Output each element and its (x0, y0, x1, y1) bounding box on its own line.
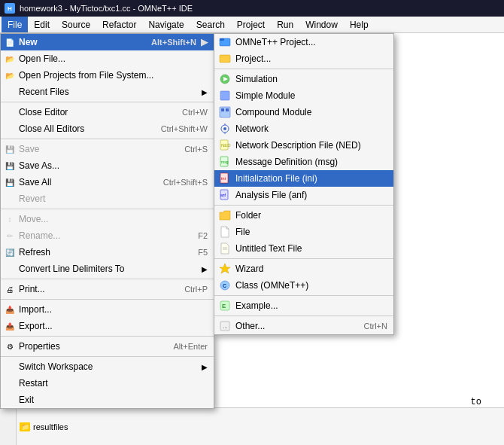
folder-submenu-icon (217, 209, 232, 221)
untitled-text-icon (217, 242, 232, 255)
omnet-project-icon (217, 36, 232, 48)
save-icon: 💾 (4, 143, 16, 155)
menu-file-save: 💾 Save Ctrl+S (1, 141, 214, 157)
menu-file-close-all[interactable]: Close All Editors Ctrl+Shift+W (1, 120, 214, 137)
submenu-network[interactable]: Network (214, 120, 393, 137)
submenu-file[interactable]: File (214, 224, 393, 240)
svg-text:NED: NED (221, 143, 231, 148)
open-projects-icon: 📂 (4, 69, 16, 81)
submenu-anf[interactable]: anf Analysis File (anf) (214, 187, 393, 203)
svg-rect-8 (226, 108, 229, 111)
submenu-simulation[interactable]: Simulation (214, 71, 393, 87)
menu-navigate[interactable]: Navigate (142, 17, 190, 32)
simple-module-icon (217, 90, 232, 102)
menu-file-save-all[interactable]: 💾 Save All Ctrl+Shift+S (1, 174, 214, 190)
wizard-icon (217, 263, 232, 275)
export-icon: 📤 (4, 320, 16, 332)
menu-file-new[interactable]: 📄 New Alt+Shift+N ▶ (1, 34, 214, 50)
svg-text:msg: msg (221, 160, 229, 164)
msg-icon: msg (217, 156, 232, 168)
class-icon: C (217, 279, 232, 291)
submenu-ned[interactable]: NED Network Description File (NED) (214, 137, 393, 154)
svg-rect-6 (220, 107, 230, 117)
file-submenu-icon (217, 226, 232, 238)
anf-icon: anf (217, 189, 232, 201)
example-icon: E (217, 300, 232, 312)
menu-file-close-editor[interactable]: Close Editor Ctrl+W (1, 104, 214, 120)
code-to-text: to (471, 397, 481, 407)
menu-file-exit[interactable]: Exit (1, 392, 214, 408)
other-icon: ... (217, 320, 232, 332)
menu-file-switch-workspace[interactable]: Switch Workspace ▶ (1, 358, 214, 375)
compound-module-icon (217, 106, 232, 118)
menu-help[interactable]: Help (344, 17, 375, 32)
submenu-folder[interactable]: Folder (214, 207, 393, 224)
menu-file-restart[interactable]: Restart (1, 375, 214, 392)
svg-rect-7 (221, 108, 224, 111)
network-icon (217, 123, 232, 135)
submenu-wizard[interactable]: Wizard (214, 261, 393, 277)
submenu-omnet-project[interactable]: OMNeT++ Project... (214, 34, 393, 50)
menu-window[interactable]: Window (299, 17, 344, 32)
refresh-icon: 🔄 (4, 246, 16, 258)
menu-source[interactable]: Source (56, 17, 96, 32)
menu-file-print[interactable]: 🖨 Print... Ctrl+P (1, 281, 214, 297)
menu-file-open[interactable]: 📂 Open File... (1, 50, 214, 67)
svg-text:E: E (222, 303, 226, 309)
submenu-class[interactable]: C Class (OMNeT++) (214, 277, 393, 294)
submenu-example[interactable]: E Example... (214, 297, 393, 314)
menu-search[interactable]: Search (190, 17, 231, 32)
submenu-ini[interactable]: ini Initialization File (ini) (214, 170, 393, 187)
submenu-untitled-text[interactable]: Untitled Text File (214, 240, 393, 257)
svg-text:C: C (223, 283, 226, 288)
open-icon: 📂 (4, 53, 16, 65)
menu-file-import[interactable]: 📥 Import... (1, 301, 214, 318)
svg-rect-2 (220, 55, 230, 62)
menu-refactor[interactable]: Refactor (96, 17, 142, 32)
folder-icon: 📁 (20, 422, 30, 431)
submenu-other[interactable]: ... Other... Ctrl+N (214, 318, 393, 334)
save-all-icon: 💾 (4, 176, 16, 188)
print-icon: 🖨 (4, 283, 16, 295)
menu-bar: File Edit Source Refactor Navigate Searc… (0, 17, 504, 33)
menu-run[interactable]: Run (271, 17, 299, 32)
submenu-project[interactable]: Project... (214, 50, 393, 67)
move-icon: ↕ (4, 213, 16, 225)
submenu-compound-module[interactable]: Compound Module (214, 104, 393, 120)
menu-file-revert: Revert (1, 190, 214, 207)
menu-file-move: ↕ Move... (1, 211, 214, 227)
ini-icon: ini (217, 172, 232, 184)
simulation-icon (217, 73, 232, 85)
menu-file-refresh[interactable]: 🔄 Refresh F5 (1, 244, 214, 261)
project-icon (217, 53, 232, 65)
menu-edit[interactable]: Edit (28, 17, 56, 32)
svg-rect-1 (220, 38, 224, 41)
menu-file-open-projects[interactable]: 📂 Open Projects from File System... (1, 67, 214, 84)
svg-point-10 (223, 127, 226, 130)
menu-file[interactable]: File (2, 17, 28, 32)
new-submenu: OMNeT++ Project... Project... Simulation… (214, 33, 394, 335)
save-as-icon: 💾 (4, 160, 16, 172)
menu-file-save-as[interactable]: 💾 Save As... (1, 157, 214, 174)
menu-file-properties[interactable]: ⚙ Properties Alt+Enter (1, 338, 214, 355)
file-dropdown: 📄 New Alt+Shift+N ▶ 📂 Open File... 📂 Ope… (0, 33, 214, 409)
menu-file-recent[interactable]: Recent Files ▶ (1, 84, 214, 100)
submenu-simple-module[interactable]: Simple Module (214, 87, 393, 104)
svg-text:...: ... (223, 323, 228, 330)
rename-icon: ✏ (4, 230, 16, 242)
new-icon: 📄 (4, 36, 16, 48)
window-title: homework3 - MyTictoc/txc1.cc - OMNeT++ I… (20, 4, 193, 13)
svg-text:anf: anf (220, 193, 226, 197)
menu-file-rename: ✏ Rename... F2 (1, 227, 214, 244)
svg-marker-23 (220, 264, 230, 273)
svg-rect-5 (220, 91, 229, 100)
svg-text:ini: ini (221, 176, 226, 181)
submenu-msg[interactable]: msg Message Definition (msg) (214, 154, 393, 170)
properties-icon: ⚙ (4, 340, 16, 352)
menu-file-convert[interactable]: Convert Line Delimiters To ▶ (1, 261, 214, 277)
menu-project[interactable]: Project (231, 17, 271, 32)
menu-file-export[interactable]: 📤 Export... (1, 318, 214, 334)
main-area: ⊞ ◫ ≡ ⚙ module class needs to be registe… (0, 33, 504, 445)
tree-item-resultfiles[interactable]: resultfiles (33, 422, 68, 431)
ned-icon: NED (217, 139, 232, 151)
